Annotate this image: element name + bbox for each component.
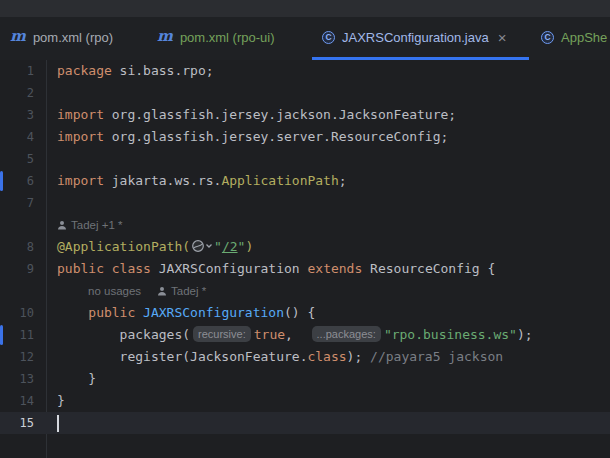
tab-pom-xml-rpo[interactable]: m pom.xml (rpo) bbox=[0, 17, 123, 60]
code-token: " bbox=[214, 239, 222, 254]
code-line[interactable]: 4import org.glassfish.jersey.server.Reso… bbox=[0, 126, 610, 148]
inlay-hint-label[interactable]: no usages bbox=[88, 285, 141, 297]
line-number: 9 bbox=[0, 258, 34, 280]
line-number bbox=[0, 214, 34, 236]
code-line[interactable]: 11 packages(recursive:true, ...packages:… bbox=[0, 324, 610, 346]
java-class-icon: C bbox=[322, 31, 335, 44]
inlay-hint-text: no usagesTadej * bbox=[88, 280, 206, 302]
code-token: public bbox=[88, 305, 135, 320]
window-header bbox=[0, 0, 610, 17]
code-token: class bbox=[307, 349, 346, 364]
code-token: true bbox=[254, 327, 285, 342]
code-token: JAXRSConfiguration bbox=[151, 261, 308, 276]
line-number: 10 bbox=[0, 302, 34, 324]
inlay-hint-text: Tadej +1 * bbox=[57, 214, 122, 236]
url-path-inlay-icon[interactable] bbox=[191, 238, 213, 260]
line-number bbox=[0, 280, 34, 302]
inlay-hint-label[interactable]: Tadej +1 * bbox=[71, 219, 122, 231]
tab-jaxrsconfiguration-java[interactable]: C JAXRSConfiguration.java × bbox=[312, 17, 529, 60]
code-token: packages( bbox=[57, 327, 190, 342]
line-number: 1 bbox=[0, 60, 34, 82]
code-line[interactable]: 15 bbox=[0, 412, 610, 434]
code-text bbox=[57, 412, 59, 434]
code-text: import jakarta.ws.rs.ApplicationPath; bbox=[57, 170, 347, 192]
java-class-icon: C bbox=[541, 31, 554, 44]
code-token: ) bbox=[245, 239, 253, 254]
code-line[interactable]: 12 register(JacksonFeature.class); //pay… bbox=[0, 346, 610, 368]
code-token: "rpo.business.ws" bbox=[384, 327, 517, 342]
code-token[interactable]: /2 bbox=[222, 239, 238, 254]
code-text: } bbox=[57, 368, 96, 390]
code-line[interactable]: 14} bbox=[0, 390, 610, 412]
code-line[interactable]: 7 bbox=[0, 192, 610, 214]
code-text: public class JAXRSConfiguration extends … bbox=[57, 258, 495, 280]
close-icon[interactable]: × bbox=[498, 30, 507, 45]
code-line[interactable]: 10 public JAXRSConfiguration() { bbox=[0, 302, 610, 324]
tab-label: pom.xml (rpo) bbox=[33, 30, 113, 45]
line-number: 7 bbox=[0, 192, 34, 214]
code-token: () { bbox=[284, 305, 315, 320]
editor-rows: 1package si.bass.rpo;23import org.glassf… bbox=[0, 60, 610, 434]
code-token: ; bbox=[339, 173, 347, 188]
tab-label: JAXRSConfiguration.java bbox=[342, 30, 489, 45]
code-token: public bbox=[57, 261, 104, 276]
parameter-hint-badge: ...packages: bbox=[312, 326, 381, 342]
maven-icon: m bbox=[10, 29, 26, 44]
line-number: 15 bbox=[0, 412, 34, 434]
code-token: ApplicationPath bbox=[221, 173, 338, 188]
line-number: 14 bbox=[0, 390, 34, 412]
code-token: //payara5 jackson bbox=[370, 349, 503, 364]
code-token bbox=[57, 305, 88, 320]
code-editor[interactable]: 1package si.bass.rpo;23import org.glassf… bbox=[0, 60, 610, 458]
code-token: import bbox=[57, 129, 104, 144]
code-text: package si.bass.rpo; bbox=[57, 60, 214, 82]
line-number: 12 bbox=[0, 346, 34, 368]
code-text: register(JacksonFeature.class); //payara… bbox=[57, 346, 503, 368]
inlay-hint-row[interactable]: no usagesTadej * bbox=[0, 280, 610, 302]
code-text: packages(recursive:true, ...packages:"rp… bbox=[57, 324, 533, 346]
code-token: package bbox=[57, 63, 112, 78]
code-token: ); bbox=[517, 327, 533, 342]
code-token bbox=[135, 305, 143, 320]
code-token: import bbox=[57, 173, 104, 188]
code-line[interactable]: 8@ApplicationPath("/2") bbox=[0, 236, 610, 258]
code-line[interactable]: 5 bbox=[0, 148, 610, 170]
code-text: import org.glassfish.jersey.server.Resou… bbox=[57, 126, 448, 148]
code-token: @ApplicationPath( bbox=[57, 239, 190, 254]
code-token: org.glassfish.jersey.server.ResourceConf… bbox=[104, 129, 448, 144]
parameter-hint-badge: recursive: bbox=[193, 326, 251, 342]
code-token: JAXRSConfiguration bbox=[143, 305, 284, 320]
line-number: 6 bbox=[0, 170, 34, 192]
code-token: register(JacksonFeature. bbox=[57, 349, 307, 364]
code-token: } bbox=[57, 371, 96, 386]
code-token: import bbox=[57, 107, 104, 122]
code-token: ResourceConfig { bbox=[362, 261, 495, 276]
inlay-hint-row[interactable]: Tadej +1 * bbox=[0, 214, 610, 236]
author-person-icon bbox=[157, 281, 167, 303]
code-token: class bbox=[112, 261, 151, 276]
code-line[interactable]: 9public class JAXRSConfiguration extends… bbox=[0, 258, 610, 280]
code-text: public JAXRSConfiguration() { bbox=[57, 302, 315, 324]
code-line[interactable]: 13 } bbox=[0, 368, 610, 390]
tab-label: pom.xml (rpo-ui) bbox=[180, 30, 275, 45]
ide-window: m pom.xml (rpo) m pom.xml (rpo-ui) C JAX… bbox=[0, 0, 610, 458]
code-line[interactable]: 3import org.glassfish.jersey.jackson.Jac… bbox=[0, 104, 610, 126]
code-line[interactable]: 1package si.bass.rpo; bbox=[0, 60, 610, 82]
code-line[interactable]: 2 bbox=[0, 82, 610, 104]
tab-pom-xml-rpo-ui[interactable]: m pom.xml (rpo-ui) bbox=[147, 17, 285, 60]
code-token: } bbox=[57, 393, 65, 408]
code-line[interactable]: 6import jakarta.ws.rs.ApplicationPath; bbox=[0, 170, 610, 192]
code-token: jakarta.ws.rs. bbox=[104, 173, 221, 188]
tab-label: AppShe bbox=[561, 30, 607, 45]
author-person-icon bbox=[57, 215, 67, 237]
line-number: 13 bbox=[0, 368, 34, 390]
inlay-hint-label[interactable]: Tadej * bbox=[171, 285, 206, 297]
line-number: 11 bbox=[0, 324, 34, 346]
code-token: , bbox=[285, 327, 308, 342]
line-number: 2 bbox=[0, 82, 34, 104]
line-number: 3 bbox=[0, 104, 34, 126]
code-text: import org.glassfish.jersey.jackson.Jack… bbox=[57, 104, 456, 126]
tab-appshell[interactable]: C AppShe bbox=[531, 17, 610, 60]
editor-tab-bar: m pom.xml (rpo) m pom.xml (rpo-ui) C JAX… bbox=[0, 17, 610, 60]
code-text: @ApplicationPath("/2") bbox=[57, 236, 253, 258]
